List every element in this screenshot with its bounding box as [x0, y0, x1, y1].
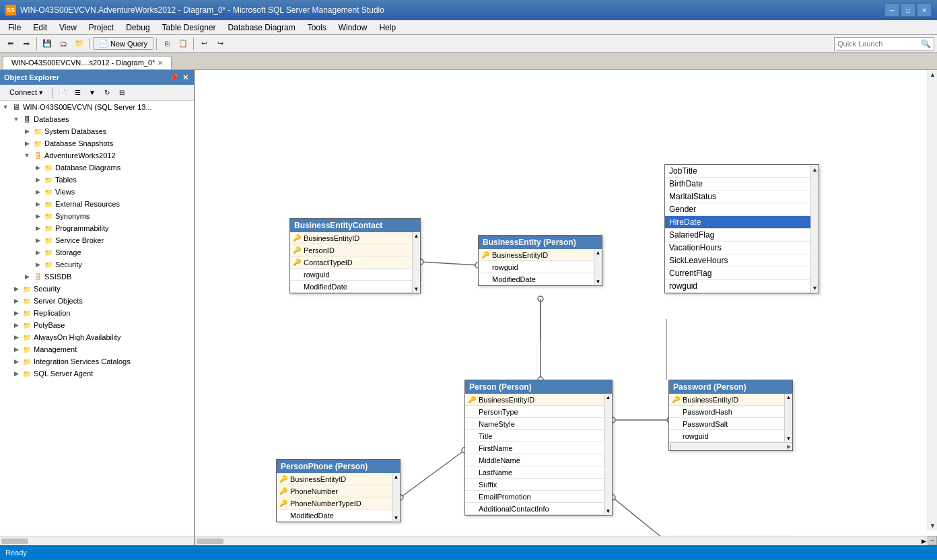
service-broker-expand-icon[interactable]: ▶ — [32, 235, 43, 246]
oe-filter-btn[interactable]: ▼ — [85, 87, 99, 99]
diag-hscroll-right[interactable]: ▶ — [922, 538, 926, 545]
quick-launch-input[interactable] — [837, 40, 918, 48]
synonyms-expand-icon[interactable]: ▶ — [32, 211, 43, 221]
oe-item-databases[interactable]: ▼ 🗄 Databases — [0, 113, 194, 125]
oe-refresh-btn[interactable]: ↻ — [100, 87, 114, 99]
menu-view[interactable]: View — [54, 22, 82, 34]
oe-item-ssisdb[interactable]: ▶ 🗄 SSISDB — [0, 271, 194, 283]
databases-expand-icon[interactable]: ▼ — [11, 114, 22, 125]
menu-file[interactable]: File — [3, 22, 26, 34]
col-row-hiredate[interactable]: HireDate — [665, 216, 810, 229]
pwd-hscroll[interactable]: ▶ — [669, 442, 792, 450]
oe-item-security-aw[interactable]: ▶ 📁 Security — [0, 258, 194, 271]
bec-scroll-up[interactable]: ▲ — [413, 232, 420, 239]
diagram-hscroll[interactable]: ▶ — [195, 536, 928, 545]
col-scroll-up[interactable]: ▲ — [812, 165, 818, 174]
pwd-hscroll-right[interactable]: ▶ — [787, 444, 791, 450]
ext-resources-expand-icon[interactable]: ▶ — [32, 199, 43, 209]
oe-item-db-snapshots[interactable]: ▶ 📁 Database Snapshots — [0, 137, 194, 149]
menu-edit[interactable]: Edit — [28, 22, 53, 34]
oe-item-db-diagrams[interactable]: ▶ 📁 Database Diagrams — [0, 162, 194, 174]
oe-item-service-broker[interactable]: ▶ 📁 Service Broker — [0, 234, 194, 246]
bec-scroll-down[interactable]: ▼ — [413, 286, 420, 292]
toolbar-undo-btn[interactable]: ↩ — [197, 36, 211, 51]
maximize-button[interactable]: □ — [901, 3, 915, 17]
table-bec-header[interactable]: BusinessEntityContact — [290, 219, 420, 232]
is-catalogs-expand-icon[interactable]: ▶ — [11, 356, 22, 367]
adventureworks-expand-icon[interactable]: ▼ — [22, 150, 32, 161]
oe-collapse-btn[interactable]: ⊟ — [115, 87, 129, 99]
toolbar-copy-btn[interactable]: ⎘ — [160, 36, 174, 51]
person-scroll-down[interactable]: ▼ — [604, 508, 612, 514]
db-snapshots-expand-icon[interactable]: ▶ — [22, 138, 32, 149]
new-query-button[interactable]: 📄 New Query — [93, 37, 153, 50]
oe-item-synonyms[interactable]: ▶ 📁 Synonyms — [0, 210, 194, 222]
oe-item-adventureworks[interactable]: ▼ 🗄 AdventureWorks2012 — [0, 149, 194, 162]
security-expand-icon[interactable]: ▶ — [11, 283, 22, 294]
ssisdb-expand-icon[interactable]: ▶ — [22, 271, 32, 282]
menu-debug[interactable]: Debug — [120, 22, 155, 34]
toolbar-redo-btn[interactable]: ↪ — [213, 36, 228, 51]
diagram-tab[interactable]: WIN-O43S00EVCVN....s2012 - Diagram_0* ✕ — [3, 56, 172, 69]
oe-new-query-btn[interactable]: 📄 — [56, 87, 69, 99]
toolbar-open-btn[interactable]: 📁 — [72, 36, 87, 51]
pp-scroll-down[interactable]: ▼ — [392, 515, 400, 521]
table-pp-header[interactable]: PersonPhone (Person) — [277, 460, 400, 473]
table-person-header[interactable]: Person (Person) — [465, 380, 612, 394]
oe-item-server-objects[interactable]: ▶ 📁 Server Objects — [0, 295, 194, 307]
oe-item-server[interactable]: ▼ 🖥 WIN-O43S00EVCVN (SQL Server 13... — [0, 101, 194, 113]
be-scroll-down[interactable]: ▼ — [594, 279, 602, 285]
oe-item-storage[interactable]: ▶ 📁 Storage — [0, 246, 194, 258]
oe-item-system-dbs[interactable]: ▶ 📁 System Databases — [0, 125, 194, 137]
oe-item-polybase[interactable]: ▶ 📁 PolyBase — [0, 319, 194, 331]
menu-database-diagram[interactable]: Database Diagram — [223, 22, 301, 34]
oe-item-sql-agent[interactable]: ▶ 📁 SQL Server Agent — [0, 368, 194, 380]
diagram-vscroll[interactable]: ▲ ▼ — [928, 70, 937, 530]
toolbar-paste-btn[interactable]: 📋 — [176, 36, 190, 51]
oe-scrollbar[interactable] — [0, 536, 194, 545]
toolbar-save-btn[interactable]: 💾 — [40, 36, 55, 51]
oe-item-replication[interactable]: ▶ 📁 Replication — [0, 307, 194, 319]
oe-scroll-thumb[interactable] — [1, 538, 28, 544]
col-scroll-down[interactable]: ▼ — [812, 283, 818, 293]
menu-help[interactable]: Help — [374, 22, 401, 34]
oe-close-icon[interactable]: ✕ — [181, 73, 190, 82]
be-scroll-up[interactable]: ▲ — [594, 249, 602, 256]
oe-item-programmability[interactable]: ▶ 📁 Programmability — [0, 222, 194, 234]
table-be-header[interactable]: BusinessEntity (Person) — [479, 236, 602, 249]
close-button[interactable]: ✕ — [917, 3, 932, 17]
resize-grip[interactable]: ↔ — [928, 536, 937, 545]
db-diagrams-expand-icon[interactable]: ▶ — [32, 162, 43, 173]
alwayson-expand-icon[interactable]: ▶ — [11, 332, 22, 343]
views-expand-icon[interactable]: ▶ — [32, 186, 43, 197]
minimize-button[interactable]: ─ — [884, 3, 899, 17]
oe-connect-button[interactable]: Connect ▾ — [3, 87, 50, 99]
oe-item-views[interactable]: ▶ 📁 Views — [0, 186, 194, 198]
polybase-expand-icon[interactable]: ▶ — [11, 320, 22, 330]
tab-close-icon[interactable]: ✕ — [158, 59, 163, 67]
oe-item-alwayson[interactable]: ▶ 📁 AlwaysOn High Availability — [0, 331, 194, 343]
oe-item-security[interactable]: ▶ 📁 Security — [0, 283, 194, 295]
oe-item-is-catalogs[interactable]: ▶ 📁 Integration Services Catalogs — [0, 355, 194, 368]
person-scroll-up[interactable]: ▲ — [604, 394, 612, 400]
sql-agent-expand-icon[interactable]: ▶ — [11, 368, 22, 379]
pp-scroll-up[interactable]: ▲ — [392, 473, 400, 480]
pwd-scroll-down[interactable]: ▼ — [785, 435, 792, 442]
storage-expand-icon[interactable]: ▶ — [32, 247, 43, 258]
oe-pin-icon[interactable]: 📌 — [168, 73, 180, 82]
server-expand-icon[interactable]: ▼ — [0, 102, 11, 112]
security-aw-expand-icon[interactable]: ▶ — [32, 259, 43, 270]
menu-window[interactable]: Window — [333, 22, 373, 34]
toolbar-save-all-btn[interactable]: 🗂 — [56, 36, 71, 51]
oe-item-ext-resources[interactable]: ▶ 📁 External Resources — [0, 198, 194, 210]
programmability-expand-icon[interactable]: ▶ — [32, 223, 43, 234]
oe-item-tables[interactable]: ▶ 📁 Tables — [0, 174, 194, 186]
system-dbs-expand-icon[interactable]: ▶ — [22, 126, 32, 137]
tables-expand-icon[interactable]: ▶ — [32, 174, 43, 185]
table-password-header[interactable]: Password (Person) — [669, 380, 792, 394]
diag-vscroll-down[interactable]: ▼ — [930, 521, 936, 530]
menu-tools[interactable]: Tools — [302, 22, 332, 34]
menu-project[interactable]: Project — [83, 22, 119, 34]
pwd-scroll-up[interactable]: ▲ — [785, 394, 792, 400]
toolbar-back-btn[interactable]: ⬅ — [3, 36, 18, 51]
